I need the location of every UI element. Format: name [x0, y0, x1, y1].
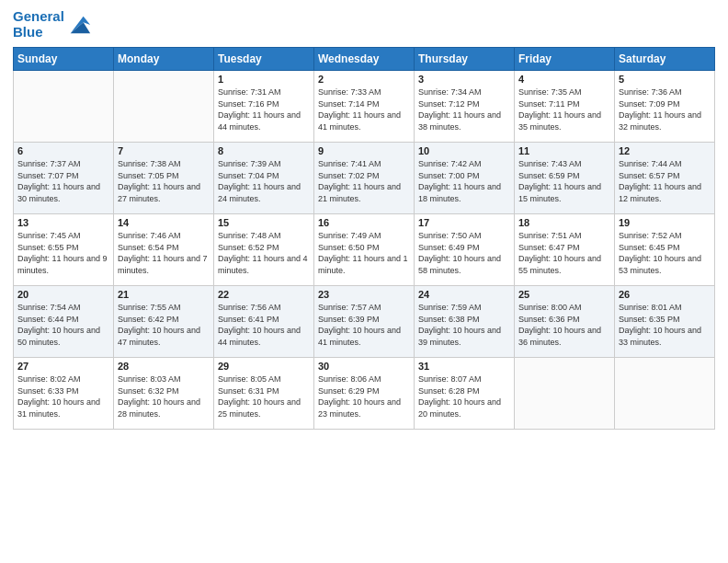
calendar-cell: 17Sunrise: 7:50 AM Sunset: 6:49 PM Dayli…: [415, 214, 515, 286]
day-number: 12: [619, 145, 711, 156]
week-row-4: 27Sunrise: 8:02 AM Sunset: 6:33 PM Dayli…: [14, 358, 715, 430]
day-number: 31: [418, 361, 510, 372]
day-number: 20: [17, 289, 109, 300]
day-info: Sunrise: 7:46 AM Sunset: 6:54 PM Dayligh…: [118, 230, 210, 276]
day-info: Sunrise: 8:01 AM Sunset: 6:35 PM Dayligh…: [619, 302, 711, 348]
day-info: Sunrise: 8:03 AM Sunset: 6:32 PM Dayligh…: [118, 373, 210, 419]
calendar-cell: 28Sunrise: 8:03 AM Sunset: 6:32 PM Dayli…: [114, 358, 214, 430]
calendar-cell: 26Sunrise: 8:01 AM Sunset: 6:35 PM Dayli…: [615, 286, 715, 358]
day-info: Sunrise: 7:36 AM Sunset: 7:09 PM Dayligh…: [619, 86, 711, 132]
day-info: Sunrise: 7:43 AM Sunset: 6:59 PM Dayligh…: [518, 158, 610, 204]
day-info: Sunrise: 8:05 AM Sunset: 6:31 PM Dayligh…: [218, 373, 310, 419]
calendar-cell: 27Sunrise: 8:02 AM Sunset: 6:33 PM Dayli…: [14, 358, 114, 430]
calendar-cell: [615, 358, 715, 430]
day-number: 6: [17, 145, 109, 156]
day-number: 21: [118, 289, 210, 300]
logo: General Blue: [13, 9, 92, 40]
calendar-cell: 1Sunrise: 7:31 AM Sunset: 7:16 PM Daylig…: [214, 71, 314, 143]
day-number: 10: [418, 145, 510, 156]
day-info: Sunrise: 7:57 AM Sunset: 6:39 PM Dayligh…: [318, 302, 410, 348]
week-row-0: 1Sunrise: 7:31 AM Sunset: 7:16 PM Daylig…: [14, 71, 715, 143]
day-info: Sunrise: 7:37 AM Sunset: 7:07 PM Dayligh…: [17, 158, 109, 204]
logo-general: General: [13, 8, 64, 24]
day-info: Sunrise: 7:38 AM Sunset: 7:05 PM Dayligh…: [118, 158, 210, 204]
calendar-cell: 5Sunrise: 7:36 AM Sunset: 7:09 PM Daylig…: [615, 71, 715, 143]
calendar-cell: 10Sunrise: 7:42 AM Sunset: 7:00 PM Dayli…: [415, 143, 515, 214]
logo-blue-text: Blue: [13, 24, 43, 40]
week-row-1: 6Sunrise: 7:37 AM Sunset: 7:07 PM Daylig…: [14, 143, 715, 214]
day-info: Sunrise: 7:34 AM Sunset: 7:12 PM Dayligh…: [418, 86, 510, 132]
day-number: 11: [518, 145, 610, 156]
day-info: Sunrise: 7:51 AM Sunset: 6:47 PM Dayligh…: [518, 230, 610, 276]
day-info: Sunrise: 7:39 AM Sunset: 7:04 PM Dayligh…: [218, 158, 310, 204]
calendar-cell: 30Sunrise: 8:06 AM Sunset: 6:29 PM Dayli…: [314, 358, 415, 430]
day-number: 16: [318, 217, 410, 228]
calendar-cell: 3Sunrise: 7:34 AM Sunset: 7:12 PM Daylig…: [415, 71, 515, 143]
day-number: 18: [518, 217, 610, 228]
day-info: Sunrise: 7:55 AM Sunset: 6:42 PM Dayligh…: [118, 302, 210, 348]
day-info: Sunrise: 7:33 AM Sunset: 7:14 PM Dayligh…: [318, 86, 410, 132]
day-info: Sunrise: 7:54 AM Sunset: 6:44 PM Dayligh…: [17, 302, 109, 348]
calendar-cell: [14, 71, 114, 143]
day-number: 28: [118, 361, 210, 372]
day-number: 22: [218, 289, 310, 300]
logo-blue: Blue: [13, 25, 64, 40]
header-monday: Monday: [114, 48, 214, 71]
day-number: 24: [418, 289, 510, 300]
calendar-cell: 7Sunrise: 7:38 AM Sunset: 7:05 PM Daylig…: [114, 143, 214, 214]
calendar-cell: 9Sunrise: 7:41 AM Sunset: 7:02 PM Daylig…: [314, 143, 415, 214]
calendar-cell: 19Sunrise: 7:52 AM Sunset: 6:45 PM Dayli…: [615, 214, 715, 286]
day-number: 7: [118, 145, 210, 156]
day-info: Sunrise: 7:52 AM Sunset: 6:45 PM Dayligh…: [619, 230, 711, 276]
day-number: 13: [17, 217, 109, 228]
day-number: 19: [619, 217, 711, 228]
day-number: 30: [318, 361, 410, 372]
logo-icon: [66, 12, 92, 38]
day-number: 8: [218, 145, 310, 156]
header-friday: Friday: [515, 48, 615, 71]
day-info: Sunrise: 7:44 AM Sunset: 6:57 PM Dayligh…: [619, 158, 711, 204]
day-info: Sunrise: 7:42 AM Sunset: 7:00 PM Dayligh…: [418, 158, 510, 204]
day-number: 26: [619, 289, 711, 300]
day-info: Sunrise: 7:45 AM Sunset: 6:55 PM Dayligh…: [17, 230, 109, 276]
calendar-cell: 21Sunrise: 7:55 AM Sunset: 6:42 PM Dayli…: [114, 286, 214, 358]
day-number: 2: [318, 74, 410, 85]
calendar-cell: 24Sunrise: 7:59 AM Sunset: 6:38 PM Dayli…: [415, 286, 515, 358]
day-info: Sunrise: 8:02 AM Sunset: 6:33 PM Dayligh…: [17, 373, 109, 419]
header-thursday: Thursday: [415, 48, 515, 71]
calendar-cell: [114, 71, 214, 143]
calendar-cell: 2Sunrise: 7:33 AM Sunset: 7:14 PM Daylig…: [314, 71, 415, 143]
calendar-cell: 12Sunrise: 7:44 AM Sunset: 6:57 PM Dayli…: [615, 143, 715, 214]
day-info: Sunrise: 7:49 AM Sunset: 6:50 PM Dayligh…: [318, 230, 410, 276]
calendar-cell: 31Sunrise: 8:07 AM Sunset: 6:28 PM Dayli…: [415, 358, 515, 430]
day-info: Sunrise: 7:50 AM Sunset: 6:49 PM Dayligh…: [418, 230, 510, 276]
day-info: Sunrise: 8:07 AM Sunset: 6:28 PM Dayligh…: [418, 373, 510, 419]
day-info: Sunrise: 7:59 AM Sunset: 6:38 PM Dayligh…: [418, 302, 510, 348]
calendar-cell: 11Sunrise: 7:43 AM Sunset: 6:59 PM Dayli…: [515, 143, 615, 214]
day-number: 4: [518, 74, 610, 85]
day-number: 27: [17, 361, 109, 372]
calendar-cell: 22Sunrise: 7:56 AM Sunset: 6:41 PM Dayli…: [214, 286, 314, 358]
day-number: 17: [418, 217, 510, 228]
calendar-cell: 13Sunrise: 7:45 AM Sunset: 6:55 PM Dayli…: [14, 214, 114, 286]
day-number: 23: [318, 289, 410, 300]
day-number: 29: [218, 361, 310, 372]
calendar-cell: 14Sunrise: 7:46 AM Sunset: 6:54 PM Dayli…: [114, 214, 214, 286]
header: General Blue: [13, 9, 715, 40]
logo-text: General: [13, 9, 64, 25]
day-number: 15: [218, 217, 310, 228]
week-row-3: 20Sunrise: 7:54 AM Sunset: 6:44 PM Dayli…: [14, 286, 715, 358]
calendar-cell: 8Sunrise: 7:39 AM Sunset: 7:04 PM Daylig…: [214, 143, 314, 214]
day-number: 5: [619, 74, 711, 85]
calendar-cell: 25Sunrise: 8:00 AM Sunset: 6:36 PM Dayli…: [515, 286, 615, 358]
calendar-cell: 6Sunrise: 7:37 AM Sunset: 7:07 PM Daylig…: [14, 143, 114, 214]
calendar-cell: 29Sunrise: 8:05 AM Sunset: 6:31 PM Dayli…: [214, 358, 314, 430]
calendar-cell: 20Sunrise: 7:54 AM Sunset: 6:44 PM Dayli…: [14, 286, 114, 358]
page: General Blue SundayMondayTuesdayWednesda…: [0, 0, 728, 563]
day-number: 14: [118, 217, 210, 228]
header-row: SundayMondayTuesdayWednesdayThursdayFrid…: [14, 48, 715, 71]
header-wednesday: Wednesday: [314, 48, 415, 71]
calendar-cell: 15Sunrise: 7:48 AM Sunset: 6:52 PM Dayli…: [214, 214, 314, 286]
header-sunday: Sunday: [14, 48, 114, 71]
calendar-cell: 18Sunrise: 7:51 AM Sunset: 6:47 PM Dayli…: [515, 214, 615, 286]
